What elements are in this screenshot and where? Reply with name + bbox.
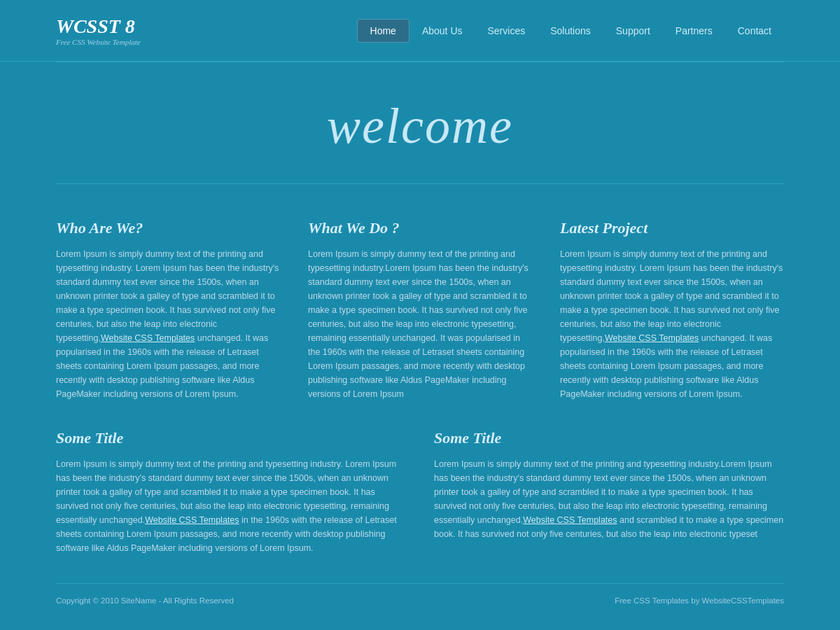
site-footer: Copyright © 2010 SiteName - All Rights R… bbox=[56, 583, 784, 617]
section-link-2[interactable]: Website CSS Templates bbox=[605, 333, 699, 343]
bottom-section-body-1: Lorem Ipsum is simply dummy text of the … bbox=[434, 457, 784, 541]
bottom-section-link-0[interactable]: Website CSS Templates bbox=[145, 515, 239, 525]
nav-item-services[interactable]: Services bbox=[475, 20, 538, 42]
hero-section: welcome bbox=[0, 62, 840, 183]
bottom-section-title-0: Some Title bbox=[56, 429, 406, 447]
top-section-2: Latest ProjectLorem Ipsum is simply dumm… bbox=[560, 219, 784, 401]
section-title-1: What We Do ? bbox=[308, 219, 532, 237]
logo-title: WCSST 8 bbox=[56, 15, 141, 38]
section-body-1: Lorem Ipsum is simply dummy text of the … bbox=[308, 247, 532, 401]
content-divider bbox=[56, 183, 784, 184]
welcome-heading: welcome bbox=[56, 97, 784, 155]
section-link-0[interactable]: Website CSS Templates bbox=[101, 333, 195, 343]
bottom-section-body-0: Lorem Ipsum is simply dummy text of the … bbox=[56, 457, 406, 555]
main-nav: HomeAbout UsServicesSolutionsSupportPart… bbox=[357, 19, 784, 43]
bottom-section-0: Some TitleLorem Ipsum is simply dummy te… bbox=[56, 429, 406, 555]
bottom-section-1: Some TitleLorem Ipsum is simply dummy te… bbox=[434, 429, 784, 555]
section-title-2: Latest Project bbox=[560, 219, 784, 237]
main-content: Who Are We?Lorem Ipsum is simply dummy t… bbox=[0, 212, 840, 583]
logo-area: WCSST 8 Free CSS Website Template bbox=[56, 15, 141, 46]
top-section-0: Who Are We?Lorem Ipsum is simply dummy t… bbox=[56, 219, 280, 401]
site-header: WCSST 8 Free CSS Website Template HomeAb… bbox=[0, 0, 840, 62]
section-title-0: Who Are We? bbox=[56, 219, 280, 237]
nav-item-contact[interactable]: Contact bbox=[725, 20, 784, 42]
nav-item-home[interactable]: Home bbox=[357, 19, 410, 43]
top-section-1: What We Do ?Lorem Ipsum is simply dummy … bbox=[308, 219, 532, 401]
section-body-2: Lorem Ipsum is simply dummy text of the … bbox=[560, 247, 784, 401]
nav-item-partners[interactable]: Partners bbox=[663, 20, 725, 42]
footer-credit: Free CSS Templates by WebsiteCSSTemplate… bbox=[615, 596, 784, 605]
nav-item-support[interactable]: Support bbox=[603, 20, 663, 42]
bottom-section-link-1[interactable]: Website CSS Templates bbox=[523, 515, 617, 525]
bottom-section-title-1: Some Title bbox=[434, 429, 784, 447]
section-body-0: Lorem Ipsum is simply dummy text of the … bbox=[56, 247, 280, 401]
footer-copyright: Copyright © 2010 SiteName - All Rights R… bbox=[56, 596, 234, 605]
nav-item-solutions[interactable]: Solutions bbox=[538, 20, 603, 42]
top-columns: Who Are We?Lorem Ipsum is simply dummy t… bbox=[56, 219, 784, 401]
nav-item-about-us[interactable]: About Us bbox=[410, 20, 475, 42]
logo-subtitle: Free CSS Website Template bbox=[56, 38, 141, 46]
bottom-columns: Some TitleLorem Ipsum is simply dummy te… bbox=[56, 429, 784, 555]
